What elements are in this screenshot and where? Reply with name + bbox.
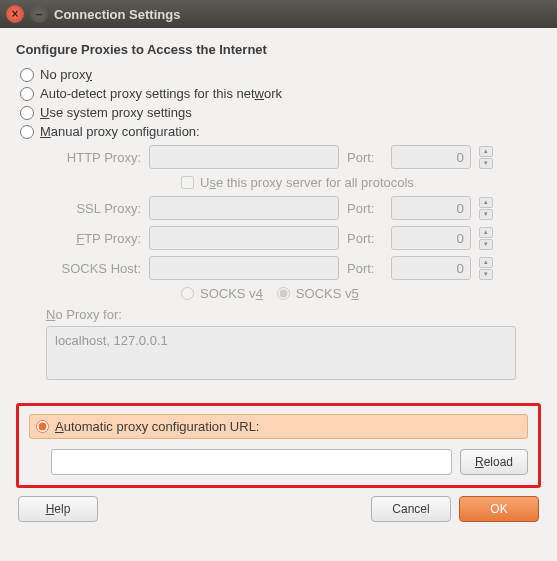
chevron-up-icon[interactable]: ▴ [479, 197, 493, 208]
ssl-proxy-label: SSL Proxy: [46, 201, 141, 216]
radio-socks-v4[interactable] [181, 287, 194, 300]
use-for-all-checkbox[interactable] [181, 176, 194, 189]
radio-system-proxy-input[interactable] [20, 106, 34, 120]
cancel-button[interactable]: Cancel [371, 496, 451, 522]
radio-socks-v5[interactable] [277, 287, 290, 300]
chevron-up-icon[interactable]: ▴ [479, 257, 493, 268]
radio-auto-config-url-input[interactable] [36, 420, 49, 433]
auto-config-highlight: Automatic proxy configuration URL: Reloa… [16, 403, 541, 488]
use-for-all-row[interactable]: Use this proxy server for all protocols [181, 175, 541, 190]
ssl-port-label: Port: [347, 201, 383, 216]
socks-version-row: SOCKS v4 SOCKS v5 [181, 286, 541, 301]
ssl-proxy-input[interactable] [149, 196, 339, 220]
chevron-down-icon[interactable]: ▾ [479, 269, 493, 280]
radio-no-proxy[interactable]: No proxy [20, 67, 541, 82]
window-title: Connection Settings [54, 7, 180, 22]
no-proxy-for-input[interactable]: localhost, 127.0.0.1 [46, 326, 516, 380]
reload-button[interactable]: Reload [460, 449, 528, 475]
minimize-icon[interactable]: – [30, 5, 48, 23]
ssl-port-input[interactable] [391, 196, 471, 220]
socks-host-label: SOCKS Host: [46, 261, 141, 276]
radio-auto-config-url[interactable]: Automatic proxy configuration URL: [29, 414, 528, 439]
chevron-down-icon[interactable]: ▾ [479, 209, 493, 220]
ftp-port-input[interactable] [391, 226, 471, 250]
radio-auto-detect[interactable]: Auto-detect proxy settings for this netw… [20, 86, 541, 101]
auto-config-url-input[interactable] [51, 449, 452, 475]
manual-proxy-grid: HTTP Proxy: Port: ▴▾ Use this proxy serv… [46, 145, 541, 301]
ftp-proxy-input[interactable] [149, 226, 339, 250]
ok-button[interactable]: OK [459, 496, 539, 522]
ftp-port-label: Port: [347, 231, 383, 246]
ftp-port-spinner[interactable]: ▴▾ [479, 227, 493, 250]
help-button[interactable]: Help [18, 496, 98, 522]
close-icon[interactable]: × [6, 5, 24, 23]
http-port-label: Port: [347, 150, 383, 165]
radio-manual-proxy-input[interactable] [20, 125, 34, 139]
http-port-spinner[interactable]: ▴▾ [479, 146, 493, 169]
radio-auto-detect-input[interactable] [20, 87, 34, 101]
ssl-port-spinner[interactable]: ▴▾ [479, 197, 493, 220]
chevron-down-icon[interactable]: ▾ [479, 158, 493, 169]
ftp-proxy-label: FTP Proxy: [46, 231, 141, 246]
page-heading: Configure Proxies to Access the Internet [16, 42, 541, 57]
chevron-up-icon[interactable]: ▴ [479, 227, 493, 238]
http-port-input[interactable] [391, 145, 471, 169]
radio-manual-proxy[interactable]: Manual proxy configuration: [20, 124, 541, 139]
http-proxy-input[interactable] [149, 145, 339, 169]
no-proxy-for-label: No Proxy for: [46, 307, 541, 322]
radio-no-proxy-input[interactable] [20, 68, 34, 82]
chevron-down-icon[interactable]: ▾ [479, 239, 493, 250]
socks-port-spinner[interactable]: ▴▾ [479, 257, 493, 280]
socks-port-label: Port: [347, 261, 383, 276]
radio-system-proxy[interactable]: Use system proxy settings [20, 105, 541, 120]
dialog-footer: Help Cancel OK [16, 496, 541, 522]
socks-port-input[interactable] [391, 256, 471, 280]
titlebar: × – Connection Settings [0, 0, 557, 28]
socks-host-input[interactable] [149, 256, 339, 280]
http-proxy-label: HTTP Proxy: [46, 150, 141, 165]
chevron-up-icon[interactable]: ▴ [479, 146, 493, 157]
window-body: Configure Proxies to Access the Internet… [0, 28, 557, 532]
